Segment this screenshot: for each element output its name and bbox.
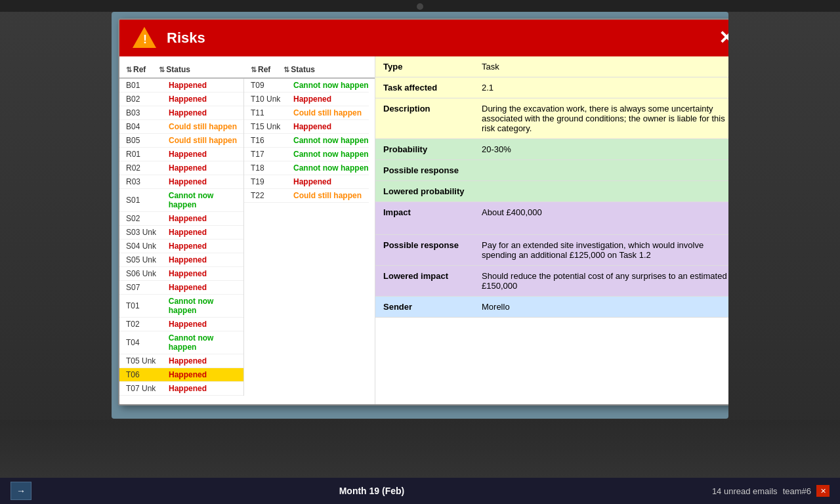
detail-row-impact: Impact About £400,000 <box>375 202 728 235</box>
impact-response-label: Possible response <box>375 235 474 266</box>
left-status-header[interactable]: ⇅ Status <box>159 65 190 74</box>
impact-response-value: Pay for an extended site investigation, … <box>474 235 728 266</box>
type-value: Task <box>474 56 728 77</box>
list-item[interactable]: T17 Cannot now happen <box>244 148 369 161</box>
modal-title: Risks <box>167 30 205 47</box>
taskbar-close-button[interactable]: ✕ <box>816 485 830 497</box>
email-count-label: 14 unread emails <box>712 486 778 496</box>
list-item[interactable]: S01 Cannot now happen <box>119 189 243 212</box>
detail-row-description: Description During the excavation work, … <box>375 98 728 139</box>
lowered-impact-label: Lowered impact <box>375 266 474 297</box>
warning-exclaim-icon: ! <box>143 33 147 47</box>
list-item[interactable]: S02 Happened <box>119 212 243 226</box>
right-ref-header[interactable]: ⇅ Ref <box>251 65 270 74</box>
detail-table: Type Task Task affected 2.1 Description … <box>375 56 728 318</box>
modal-header: ! Risks ✕ <box>119 20 728 56</box>
list-item[interactable]: T07 Unk Happened <box>119 382 243 396</box>
list-item[interactable]: R02 Happened <box>119 161 243 175</box>
task-label: Task affected <box>375 77 474 98</box>
impact-label: Impact <box>375 202 474 235</box>
possible-response-label: Possible response <box>375 160 474 181</box>
laptop-camera <box>417 3 423 10</box>
list-item[interactable]: B04 Could still happen <box>119 120 243 134</box>
list-item[interactable]: S03 Unk Happened <box>119 226 243 240</box>
nav-forward-button[interactable]: → <box>10 482 32 500</box>
list-item[interactable]: T11 Could still happen <box>244 106 369 120</box>
modal-close-button[interactable]: ✕ <box>719 29 728 47</box>
list-item[interactable]: T02 Happened <box>119 318 243 331</box>
list-item[interactable]: R03 Happened <box>119 175 243 189</box>
lowered-probability-label: Lowered probability <box>375 181 474 202</box>
description-value: During the excavation work, there is alw… <box>474 98 728 139</box>
risk-col-left: B01 Happened B02 Happened B03 Happened <box>119 79 244 396</box>
modal-title-area: ! Risks <box>133 27 205 49</box>
detail-row-type: Type Task <box>375 56 728 77</box>
screen-area: ! Risks ✕ ⇅ Ref <box>112 12 728 419</box>
taskbar: → Month 19 (Feb) 14 unread emails team#6… <box>0 478 840 504</box>
list-item[interactable]: S07 Happened <box>119 281 243 295</box>
list-item[interactable]: T16 Cannot now happen <box>244 134 369 148</box>
sender-value: Morello <box>474 297 728 318</box>
probability-label: Probability <box>375 139 474 160</box>
detail-row-possible-response: Possible response <box>375 160 728 181</box>
list-item[interactable]: T18 Cannot now happen <box>244 161 369 175</box>
type-label: Type <box>375 56 474 77</box>
possible-response-value <box>474 160 728 181</box>
description-label: Description <box>375 98 474 139</box>
list-item[interactable]: T22 Could still happen <box>244 189 369 203</box>
detail-row-task: Task affected 2.1 <box>375 77 728 98</box>
team-label: team#6 <box>783 486 811 496</box>
task-value: 2.1 <box>474 77 728 98</box>
detail-row-lowered-probability: Lowered probability <box>375 181 728 202</box>
list-item[interactable]: S05 Unk Happened <box>119 253 243 267</box>
list-item[interactable]: T15 Unk Happened <box>244 120 369 134</box>
list-item[interactable]: S06 Unk Happened <box>119 267 243 281</box>
risk-col-right: T09 Cannot now happen T10 Unk Happened T… <box>244 79 369 396</box>
detail-row-probability: Probability 20-30% <box>375 139 728 160</box>
list-item-selected[interactable]: T06 Happened <box>119 368 243 382</box>
list-item[interactable]: T05 Unk Happened <box>119 354 243 368</box>
warning-icon: ! <box>133 27 158 49</box>
list-item[interactable]: T19 Happened <box>244 175 369 189</box>
right-header: ⇅ Ref ⇅ Status <box>244 65 369 74</box>
modal-body: ⇅ Ref ⇅ Status ⇅ Re <box>119 56 728 404</box>
left-header: ⇅ Ref ⇅ Status <box>119 65 244 74</box>
lowered-impact-value: Should reduce the potential cost of any … <box>474 266 728 297</box>
left-ref-header[interactable]: ⇅ Ref <box>126 65 146 74</box>
impact-value: About £400,000 <box>474 202 728 235</box>
detail-row-impact-response: Possible response Pay for an extended si… <box>375 235 728 266</box>
risk-columns: B01 Happened B02 Happened B03 Happened <box>119 79 375 396</box>
detail-row-lowered-impact: Lowered impact Should reduce the potenti… <box>375 266 728 297</box>
risks-modal: ! Risks ✕ ⇅ Ref <box>118 18 728 406</box>
lowered-probability-value <box>474 181 728 202</box>
list-item[interactable]: T04 Cannot now happen <box>119 331 243 354</box>
laptop-frame: ! Risks ✕ ⇅ Ref <box>0 0 840 504</box>
sender-label: Sender <box>375 297 474 318</box>
laptop-body <box>0 420 840 479</box>
list-item[interactable]: T01 Cannot now happen <box>119 295 243 318</box>
list-item[interactable]: T09 Cannot now happen <box>244 79 369 93</box>
risk-list-header: ⇅ Ref ⇅ Status ⇅ Re <box>119 62 375 79</box>
right-status-header[interactable]: ⇅ Status <box>284 65 315 74</box>
list-item[interactable]: T10 Unk Happened <box>244 93 369 106</box>
taskbar-right: 14 unread emails team#6 ✕ <box>712 485 830 497</box>
detail-row-sender: Sender Morello <box>375 297 728 318</box>
list-item[interactable]: B03 Happened <box>119 106 243 120</box>
risk-list-panel: ⇅ Ref ⇅ Status ⇅ Re <box>119 56 375 404</box>
list-item[interactable]: B02 Happened <box>119 93 243 106</box>
detail-panel: Type Task Task affected 2.1 Description … <box>375 56 728 404</box>
list-item[interactable]: R01 Happened <box>119 148 243 161</box>
list-item[interactable]: B01 Happened <box>119 79 243 93</box>
taskbar-left: → <box>10 482 32 500</box>
probability-value: 20-30% <box>474 139 728 160</box>
list-item[interactable]: S04 Unk Happened <box>119 240 243 253</box>
list-item[interactable]: B05 Could still happen <box>119 134 243 148</box>
taskbar-month: Month 19 (Feb) <box>339 486 405 496</box>
